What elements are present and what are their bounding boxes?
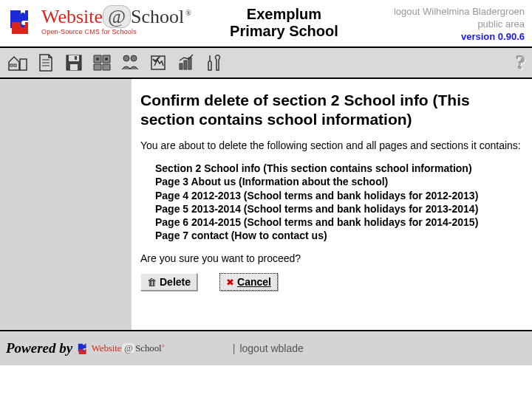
list-item: Page 4 2012-2013 (School terms and bank … <box>155 189 522 202</box>
logo-word-school: School <box>131 6 184 27</box>
trash-icon: 🗑 <box>147 277 157 288</box>
site-title: Exemplum Primary School <box>191 4 377 40</box>
toolbar: ? <box>0 46 532 79</box>
save-icon[interactable] <box>62 52 86 73</box>
puzzle-icon <box>7 4 40 37</box>
main: Confirm delete of section 2 School info … <box>0 79 532 330</box>
list-item: Page 6 2014-2015 (School terms and bank … <box>155 215 522 229</box>
sidebar <box>0 79 132 330</box>
logo-subtitle: Open-Source CMS for Schools <box>41 28 191 35</box>
svg-point-9 <box>96 58 99 61</box>
list-item: Page 7 contact (How to contact us) <box>155 229 522 242</box>
close-icon: ✖ <box>226 277 234 288</box>
cancel-button-label: Cancel <box>237 276 271 288</box>
list-item: Page 3 About us (Information about the s… <box>155 175 522 188</box>
svg-rect-15 <box>184 61 187 69</box>
tools-icon[interactable] <box>202 52 226 73</box>
svg-rect-1 <box>14 64 16 66</box>
help-icon[interactable]: ? <box>516 51 526 75</box>
separator: | <box>233 342 236 354</box>
delete-button[interactable]: 🗑 Delete <box>140 273 197 291</box>
button-row: 🗑 Delete ✖ Cancel <box>140 273 522 291</box>
svg-point-11 <box>123 55 129 61</box>
svg-rect-6 <box>69 55 79 61</box>
svg-rect-0 <box>10 64 13 66</box>
page-icon[interactable] <box>34 52 58 73</box>
svg-point-12 <box>131 55 137 61</box>
logo-at: @ <box>103 5 131 28</box>
list-item: Page 5 2013-2014 (School terms and bank … <box>155 202 522 215</box>
stats-icon[interactable] <box>174 52 198 73</box>
svg-rect-7 <box>70 64 78 70</box>
confirm-text: Are you sure you want to proceed? <box>140 252 522 264</box>
area-link[interactable]: public area <box>377 18 525 31</box>
svg-point-10 <box>105 58 108 61</box>
svg-rect-8 <box>75 56 77 60</box>
footer: Powered by Website@School® | logout wbla… <box>0 330 532 365</box>
registered-mark: ® <box>185 9 191 17</box>
footer-logout-link[interactable]: logout wblade <box>239 342 303 354</box>
list-item: Section 2 School info (This section cont… <box>155 162 522 175</box>
page-title: Confirm delete of section 2 School info … <box>140 91 522 130</box>
footer-logo[interactable]: Website@School® <box>77 341 165 356</box>
home-icon[interactable] <box>6 52 30 73</box>
version-text: version 0.90.6 <box>377 31 525 44</box>
header: Website@School® Open-Source CMS for Scho… <box>0 0 532 46</box>
intro-text: You are about to delete the following se… <box>140 139 522 151</box>
delete-item-list: Section 2 School info (This section cont… <box>155 162 522 242</box>
header-right: logout Wilhelmina Bladergroen public are… <box>377 4 525 44</box>
cancel-button[interactable]: ✖ Cancel <box>219 273 278 291</box>
svg-rect-14 <box>180 63 183 69</box>
delete-button-label: Delete <box>160 276 191 288</box>
modules-icon[interactable] <box>90 52 114 73</box>
logo-word-website: Website <box>41 6 103 27</box>
site-title-line1: Exemplum <box>191 6 377 23</box>
site-title-line2: Primary School <box>191 23 377 40</box>
users-icon[interactable] <box>118 52 142 73</box>
logo[interactable]: Website@School® Open-Source CMS for Scho… <box>7 4 191 37</box>
content: Confirm delete of section 2 School info … <box>132 79 532 330</box>
logo-text: Website@School® Open-Source CMS for Scho… <box>41 6 191 35</box>
logout-link[interactable]: logout Wilhelmina Bladergroen <box>377 6 525 18</box>
powered-by-text: Powered by <box>6 340 72 356</box>
config-icon[interactable] <box>146 52 170 73</box>
